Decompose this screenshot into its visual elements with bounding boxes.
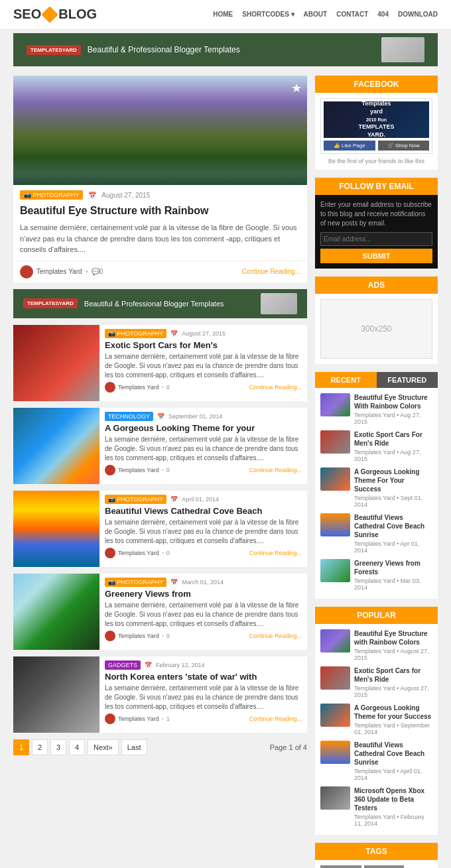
post-0-read-more[interactable]: Continue Reading... bbox=[249, 384, 302, 391]
post-3-title[interactable]: Greenery Views from bbox=[105, 589, 302, 599]
featured-post-title[interactable]: Beautiful Eye Structure with Rainbow bbox=[13, 202, 307, 219]
email-widget: FOLLOW BY EMAIL Enter your email address… bbox=[315, 178, 438, 269]
recent-title-1[interactable]: Exotic Sport Cars For Men's Ride bbox=[354, 430, 432, 448]
post-2-read-more[interactable]: Continue Reading... bbox=[249, 550, 302, 556]
post-card-2: 📷 PHOTOGRAPHY 📅 April 01, 2014 Beautiful… bbox=[13, 491, 307, 567]
pagination: 1 2 3 4 Next» Last Page 1 of 4 bbox=[13, 739, 307, 755]
post-4-category[interactable]: GADGETS bbox=[105, 660, 141, 670]
site-logo[interactable]: SEO BLOG SEO BLOG bbox=[13, 7, 97, 22]
recent-meta-1: Templates Yard • Aug 27, 2015 bbox=[354, 449, 432, 462]
featured-category-badge[interactable]: 📷 PHOTOGRAPHY bbox=[20, 190, 83, 200]
post-0-author: Templates Yard bbox=[118, 384, 159, 391]
popular-meta-0: Templates Yard • August 27, 2015 bbox=[354, 648, 432, 661]
post-card-3: 📷 PHOTOGRAPHY 📅 March 01, 2014 Greenery … bbox=[13, 574, 307, 650]
read-more-link[interactable]: Continue Reading... bbox=[242, 268, 300, 275]
post-1-category[interactable]: TECHNOLOGY bbox=[105, 412, 153, 421]
post-1-read-more[interactable]: Continue Reading... bbox=[249, 467, 302, 473]
logo-hexagon-icon bbox=[42, 6, 58, 23]
top-banner[interactable]: TEMPLATESYARD Beautiful & Professional B… bbox=[13, 33, 438, 66]
post-content-2: 📷 PHOTOGRAPHY 📅 April 01, 2014 Beautiful… bbox=[99, 491, 307, 567]
post-card-0: 📷 PHOTOGRAPHY 📅 August 27, 2015 Exotic S… bbox=[13, 325, 307, 401]
nav-home[interactable]: HOME bbox=[213, 11, 233, 18]
post-2-avatar bbox=[105, 548, 115, 558]
post-0-date: August 27, 2015 bbox=[182, 330, 226, 337]
author-name: Templates Yard bbox=[36, 268, 82, 275]
post-4-avatar bbox=[105, 713, 115, 724]
author-avatar bbox=[20, 265, 33, 279]
post-1-date-icon: 📅 bbox=[157, 413, 164, 420]
posts-list: 📷 PHOTOGRAPHY 📅 August 27, 2015 Exotic S… bbox=[13, 325, 307, 733]
nav-404[interactable]: 404 bbox=[377, 11, 389, 18]
post-2-author: Templates Yard bbox=[118, 550, 159, 556]
ads-content: 300x250 bbox=[315, 294, 438, 364]
page-last-btn[interactable]: Last bbox=[121, 739, 147, 755]
popular-thumb-1 bbox=[320, 666, 350, 690]
post-0-date-icon: 📅 bbox=[170, 330, 178, 337]
post-1-excerpt: La semaine dernière, certainement volé p… bbox=[105, 435, 302, 463]
recent-thumb-0 bbox=[320, 393, 350, 416]
tag-business[interactable]: BUSINESS bbox=[320, 865, 361, 868]
featured-tab[interactable]: FEATURED bbox=[377, 372, 438, 388]
recent-title-2[interactable]: A Gorgeous Looking Theme For Your Succes… bbox=[354, 467, 432, 493]
ads-placeholder: 300x250 bbox=[320, 299, 432, 359]
popular-title-1[interactable]: Exotic Sport Cars for Men's Ride bbox=[354, 666, 432, 684]
recent-title-0[interactable]: Beautiful Eye Structure With Rainbow Col… bbox=[354, 393, 432, 410]
email-desc: Enter your email address to subscribe to… bbox=[320, 200, 432, 228]
post-0-excerpt: La semaine dernière, certainement volé p… bbox=[105, 352, 302, 380]
page-1-btn[interactable]: 1 bbox=[13, 739, 29, 755]
post-3-category[interactable]: 📷 PHOTOGRAPHY bbox=[105, 578, 166, 587]
email-input[interactable] bbox=[320, 232, 432, 246]
popular-title-2[interactable]: A Gorgeous Looking Theme for your Succes… bbox=[354, 704, 432, 721]
banner-logo-text: TEMPLATESYARD bbox=[31, 47, 77, 53]
popular-title-4[interactable]: Microsoft Opens Xbox 360 Update to Beta … bbox=[354, 786, 432, 812]
recent-tab[interactable]: RECENT bbox=[315, 372, 377, 388]
popular-title-0[interactable]: Beautiful Eye Structure with Rainbow Col… bbox=[354, 629, 432, 647]
popular-title-3[interactable]: Beautiful Views Cathedral Cove Beach Sun… bbox=[354, 741, 432, 767]
recent-thumb-2 bbox=[320, 467, 350, 491]
post-4-title[interactable]: North Korea enters 'state of war' with bbox=[105, 672, 302, 682]
post-2-category[interactable]: 📷 PHOTOGRAPHY bbox=[105, 495, 166, 504]
post-content-0: 📷 PHOTOGRAPHY 📅 August 27, 2015 Exotic S… bbox=[99, 325, 307, 401]
page-next-btn[interactable]: Next» bbox=[88, 739, 119, 755]
fb-like-btn[interactable]: 👍 Like Page bbox=[324, 141, 375, 151]
page-3-btn[interactable]: 3 bbox=[50, 739, 66, 755]
post-4-read-more[interactable]: Continue Reading... bbox=[249, 715, 302, 722]
post-1-comments: 0 bbox=[166, 467, 170, 473]
tag-gadgets[interactable]: GADGETS bbox=[364, 865, 404, 868]
post-1-title[interactable]: A Gorgeous Looking Theme for your bbox=[105, 423, 302, 433]
post-1-date: September 01, 2014 bbox=[168, 413, 223, 420]
post-3-read-more[interactable]: Continue Reading... bbox=[249, 633, 302, 639]
ads-widget: ADS 300x250 bbox=[315, 277, 438, 364]
post-2-date-icon: 📅 bbox=[170, 496, 178, 503]
popular-thumb-4 bbox=[320, 786, 350, 810]
recent-title-4[interactable]: Greenery Views from Forests bbox=[354, 559, 432, 576]
mid-banner[interactable]: TEMPLATESYARD Beautiful & Professional B… bbox=[13, 289, 307, 318]
post-content-4: GADGETS 📅 February 12, 2014 North Korea … bbox=[99, 656, 307, 733]
post-0-category[interactable]: 📷 PHOTOGRAPHY bbox=[105, 329, 166, 338]
post-0-avatar bbox=[105, 382, 115, 393]
post-3-excerpt: La semaine dernière, certainement volé p… bbox=[105, 601, 302, 629]
page-2-btn[interactable]: 2 bbox=[32, 739, 48, 755]
nav-download[interactable]: DOWNLOAD bbox=[398, 11, 438, 18]
tags-widget: TAGS BUSINESS GADGETS PHOTOGRAPHY SONY S… bbox=[315, 843, 438, 868]
email-submit-btn[interactable]: SUBMIT bbox=[320, 249, 432, 263]
popular-meta-2: Templates Yard • September 01, 2014 bbox=[354, 722, 432, 735]
page-info: Page 1 of 4 bbox=[270, 743, 307, 751]
recent-title-3[interactable]: Beautiful Views Cathedral Cove Beach Sun… bbox=[354, 513, 432, 539]
facebook-content: Templatesyard2010 RunTEMPLATESYARD. 👍 Li… bbox=[315, 93, 438, 170]
post-0-title[interactable]: Exotic Sport Cars for Men's bbox=[105, 340, 302, 350]
fb-shop-btn[interactable]: 🛒 Shop Now bbox=[378, 141, 430, 151]
recent-item-1: Exotic Sport Cars For Men's Ride Templat… bbox=[320, 430, 432, 462]
featured-date: August 27, 2015 bbox=[101, 192, 150, 199]
nav-shortcodes[interactable]: SHORTCODES ▾ bbox=[242, 11, 294, 18]
popular-info-0: Beautiful Eye Structure with Rainbow Col… bbox=[354, 629, 432, 661]
popular-meta-1: Templates Yard • August 27, 2015 bbox=[354, 685, 432, 698]
post-thumb-3 bbox=[13, 574, 99, 650]
post-2-title[interactable]: Beautiful Views Cathedral Cove Beach bbox=[105, 506, 302, 516]
email-content: Enter your email address to subscribe to… bbox=[315, 195, 438, 269]
recent-item-3: Beautiful Views Cathedral Cove Beach Sun… bbox=[320, 513, 432, 554]
featured-post-image bbox=[13, 76, 307, 185]
nav-about[interactable]: ABOUT bbox=[304, 11, 328, 18]
page-4-btn[interactable]: 4 bbox=[69, 739, 85, 755]
nav-contact[interactable]: CONTACT bbox=[336, 11, 368, 18]
